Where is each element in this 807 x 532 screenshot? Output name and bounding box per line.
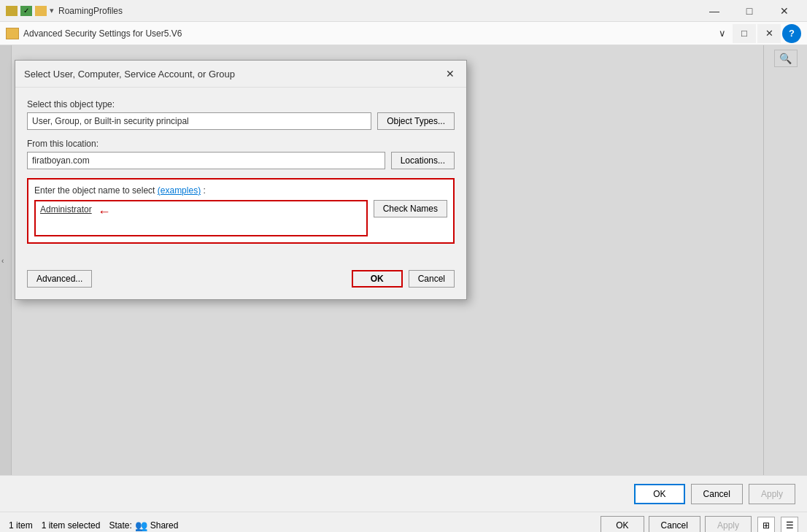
item-count: 1 item xyxy=(9,520,33,531)
main-ok-button[interactable]: OK xyxy=(634,484,684,504)
detail-view-button[interactable]: ☰ xyxy=(781,517,798,533)
object-name-label: Enter the object name to select (example… xyxy=(34,185,447,196)
main-content: ‹ 🔍 Select User, Computer, Service Accou… xyxy=(0,45,807,475)
sub-close-button[interactable]: ✕ xyxy=(757,24,781,43)
locations-button[interactable]: Locations... xyxy=(391,152,455,169)
sub-title-text: Advanced Security Settings for User5.V6 xyxy=(23,28,709,39)
app-title: RoamingProfiles xyxy=(58,6,693,16)
sub-window-controls: ∨ □ ✕ ? xyxy=(714,24,801,43)
main-apply-button[interactable]: Apply xyxy=(749,484,795,504)
object-types-button[interactable]: Object Types... xyxy=(377,112,455,130)
examples-link[interactable]: (examples) xyxy=(158,185,201,196)
chevron-down-button[interactable]: ∨ xyxy=(714,24,731,43)
location-input[interactable] xyxy=(27,152,385,169)
object-type-label: Select this object type: xyxy=(27,99,455,109)
arrow-indicator-icon: ← xyxy=(98,204,111,220)
check-names-button[interactable]: Check Names xyxy=(374,200,447,217)
dialog-title-bar: Select User, Computer, Service Account, … xyxy=(15,61,466,88)
status-apply-button[interactable]: Apply xyxy=(705,516,752,533)
location-row: Locations... xyxy=(27,152,455,169)
dialog-close-button[interactable]: ✕ xyxy=(443,66,457,81)
toolbar-separator: ▾ xyxy=(50,6,54,15)
quick-access-icon xyxy=(6,6,18,16)
folder-icon[interactable] xyxy=(35,6,47,16)
admin-text: Administrator xyxy=(40,204,92,215)
status-ok-button[interactable]: OK xyxy=(601,516,644,533)
dialog-footer: Advanced... OK Cancel xyxy=(15,264,466,299)
state-info: State: 👥 Shared xyxy=(109,520,178,531)
status-cancel-button[interactable]: Cancel xyxy=(649,516,700,533)
sub-maximize-button[interactable]: □ xyxy=(733,24,756,43)
dialog-title: Select User, Computer, Service Account, … xyxy=(24,69,235,80)
object-type-input[interactable] xyxy=(27,112,371,130)
main-cancel-button[interactable]: Cancel xyxy=(691,484,743,504)
location-group: From this location: Locations... xyxy=(27,139,455,169)
object-name-inner: Administrator ← xyxy=(34,200,368,236)
title-bar-icons: ✓ ▾ xyxy=(6,6,54,16)
main-action-bar: OK Cancel Apply xyxy=(0,475,807,512)
folder-icon-sub xyxy=(6,28,19,39)
sub-title-bar: Advanced Security Settings for User5.V6 … xyxy=(0,22,807,45)
dialog-ok-button[interactable]: OK xyxy=(352,270,403,288)
status-bar-right: OK Cancel Apply ⊞ ☰ xyxy=(601,516,798,533)
shared-icon: 👥 xyxy=(135,520,147,531)
state-value: Shared xyxy=(150,520,179,531)
dialog-cancel-button[interactable]: Cancel xyxy=(409,270,455,288)
minimize-button[interactable]: — xyxy=(698,1,731,21)
object-name-row: Administrator ← Check Names xyxy=(34,200,447,236)
list-view-button[interactable]: ⊞ xyxy=(757,517,775,533)
dialog-footer-left: Advanced... xyxy=(27,270,92,288)
dialog-footer-right: OK Cancel xyxy=(352,270,455,288)
advanced-button[interactable]: Advanced... xyxy=(27,270,92,288)
modal-overlay: Select User, Computer, Service Account, … xyxy=(0,45,807,475)
status-bar: 1 item 1 item selected State: 👥 Shared O… xyxy=(0,512,807,532)
help-button[interactable]: ? xyxy=(782,24,801,43)
maximize-button[interactable]: □ xyxy=(733,1,766,21)
location-label: From this location: xyxy=(27,139,455,149)
object-type-group: Select this object type: Object Types... xyxy=(27,99,455,130)
title-bar: ✓ ▾ RoamingProfiles — □ ✕ xyxy=(0,0,807,22)
window-controls: — □ ✕ xyxy=(698,1,801,21)
state-label: State: xyxy=(109,520,131,531)
dialog-body: Select this object type: Object Types...… xyxy=(15,88,466,264)
check-icon[interactable]: ✓ xyxy=(20,6,32,16)
object-type-row: Object Types... xyxy=(27,112,455,130)
object-name-section: Enter the object name to select (example… xyxy=(27,178,455,244)
close-button[interactable]: ✕ xyxy=(768,1,801,21)
selected-count: 1 item selected xyxy=(42,520,101,531)
select-user-dialog: Select User, Computer, Service Account, … xyxy=(15,60,467,300)
status-action-buttons: OK Cancel Apply xyxy=(601,516,752,533)
